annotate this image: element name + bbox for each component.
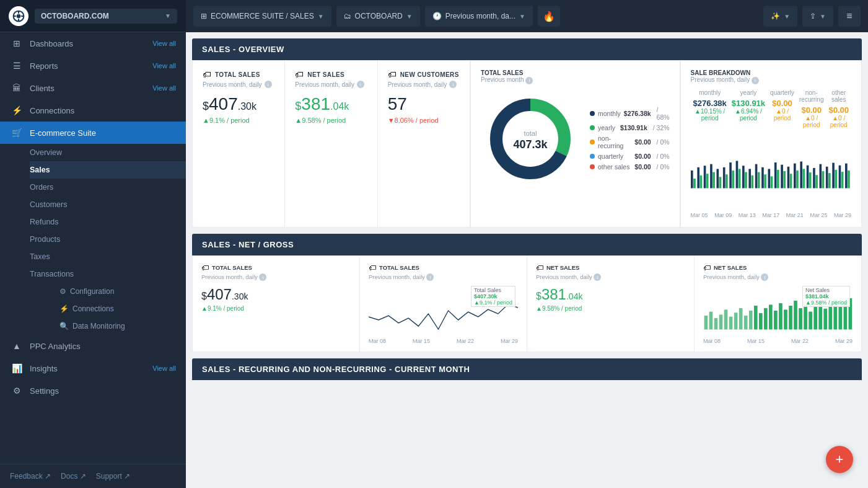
ng-net-sales-value-card: 🏷 NET SALES Previous month, daily i $381… — [527, 255, 695, 353]
breakdown-col-monthly: monthly $276.38k ▲10.15% / period — [691, 89, 729, 128]
sidebar-item-orders[interactable]: Orders — [30, 179, 186, 196]
sidebar-item-data-monitoring[interactable]: 🔍 Data Monitoring — [30, 317, 186, 335]
sidebar-item-taxes[interactable]: Taxes — [30, 248, 186, 265]
sidebar-item-connections2[interactable]: ⚡ Connections — [30, 300, 186, 317]
svg-rect-62 — [704, 316, 708, 329]
legend-monthly: monthly $276.38k / 68% — [590, 106, 670, 121]
sidebar-item-insights[interactable]: 📊 Insights View all — [0, 357, 186, 379]
legend-othersales: other sales $0.00 / 0% — [590, 163, 670, 171]
svg-rect-64 — [714, 318, 718, 329]
donut-area: total 407.3k monthly $276.38k / 68% — [481, 89, 670, 190]
fab-add-button[interactable]: + — [826, 446, 853, 473]
period-selector[interactable]: 🕐 Previous month, da... ▼ — [425, 6, 533, 27]
net-sales-header: 🏷 NET SALES — [295, 69, 367, 79]
tag-icon-ng1: 🏷 — [201, 264, 209, 272]
svg-rect-58 — [841, 172, 843, 188]
sidebar-item-clients[interactable]: 🏛 Clients View all — [0, 77, 186, 99]
svg-rect-68 — [734, 313, 738, 329]
clients-icon: 🏛 — [10, 83, 24, 93]
svg-rect-24 — [732, 171, 734, 189]
total-sales-card: 🏷 TOTAL SALES Previous month, daily i $4… — [192, 60, 285, 228]
svg-rect-82 — [804, 304, 807, 329]
svg-rect-63 — [709, 312, 713, 330]
chevron-icon-2: ▼ — [820, 13, 826, 20]
main-content: ⊞ ECOMMERCE SUITE / SALES ▼ 🗂 OCTOBOARD … — [186, 0, 868, 488]
sidebar-item-ppc[interactable]: ▲ PPC Analytics — [0, 335, 186, 357]
menu-button[interactable]: ≡ — [838, 6, 861, 27]
net-sales-card: 🏷 NET SALES Previous month, daily i $381… — [285, 60, 377, 228]
svg-rect-27 — [742, 166, 745, 188]
svg-rect-44 — [796, 171, 799, 189]
info-icon-5[interactable]: i — [752, 77, 759, 84]
sidebar-item-sales[interactable]: Sales — [30, 161, 186, 179]
svg-rect-16 — [706, 174, 709, 188]
svg-rect-25 — [735, 161, 738, 188]
info-icon-ng2[interactable]: i — [426, 273, 434, 281]
svg-rect-31 — [755, 164, 757, 188]
sidebar-item-reports[interactable]: ☰ Reports View all — [0, 55, 186, 77]
svg-rect-53 — [825, 166, 828, 188]
board-selector[interactable]: 🗂 OCTOBOARD ▼ — [336, 6, 420, 27]
svg-rect-50 — [815, 175, 818, 188]
svg-rect-73 — [759, 313, 763, 330]
chevron-down-icon-3: ▼ — [519, 13, 525, 20]
settings-icon: ⚙ — [10, 386, 24, 396]
svg-rect-37 — [774, 162, 776, 189]
sidebar-item-overview[interactable]: Overview — [30, 144, 186, 161]
sidebar-item-transactions[interactable]: Transactions — [30, 265, 186, 283]
svg-rect-42 — [789, 174, 792, 188]
net-sales-value: $381.04k — [295, 94, 367, 114]
share-button[interactable]: ⇪ ▼ — [802, 6, 833, 27]
docs-link[interactable]: Docs ↗ — [61, 472, 86, 481]
svg-rect-52 — [822, 171, 824, 188]
breakdown-col-yearly: yearly $130.91k ▲6.94% / period — [729, 89, 768, 128]
info-icon-2[interactable]: i — [357, 81, 364, 88]
svg-rect-71 — [749, 311, 753, 330]
info-icon-4[interactable]: i — [525, 77, 533, 84]
sidebar-item-configuration[interactable]: ⚙ Configuration — [30, 283, 186, 300]
svg-rect-40 — [783, 171, 786, 188]
svg-rect-72 — [754, 306, 758, 330]
svg-rect-15 — [703, 166, 706, 188]
sidebar-item-settings[interactable]: ⚙ Settings — [0, 379, 186, 402]
breakdown-col-quarterly: quarterly $0.00 ▲0 / period — [768, 89, 797, 128]
info-icon-ng3[interactable]: i — [594, 273, 601, 281]
svg-rect-79 — [789, 306, 792, 330]
board-icon: 🗂 — [344, 12, 351, 20]
legend-yearly: yearly $130.91k / 32% — [590, 124, 670, 131]
org-selector[interactable]: OCTOBOARD.COM ▼ — [35, 9, 177, 24]
suite-selector[interactable]: ⊞ ECOMMERCE SUITE / SALES ▼ — [193, 6, 331, 27]
fire-button[interactable]: 🔥 — [538, 6, 560, 27]
sidebar-item-customers[interactable]: Customers — [30, 196, 186, 213]
logo-icon — [9, 6, 28, 26]
ng-ns-header: 🏷 NET SALES — [536, 264, 685, 272]
tag-icon-3: 🏷 — [388, 69, 397, 79]
donut-chart: total 407.3k — [481, 89, 580, 190]
ns-chart-labels: Mar 08 Mar 15 Mar 22 Mar 29 — [703, 335, 853, 344]
sidebar-item-products[interactable]: Products — [30, 231, 186, 248]
sidebar-item-connections[interactable]: ⚡ Connections — [0, 99, 186, 122]
svg-rect-66 — [724, 309, 728, 329]
net-sales-barchart: Net Sales $381.04k ▲9.58% / period — [703, 286, 853, 335]
info-icon-3[interactable]: i — [449, 81, 457, 88]
info-icon[interactable]: i — [265, 81, 272, 88]
svg-rect-35 — [768, 169, 770, 188]
chevron-down-icon: ▼ — [165, 12, 171, 19]
sales-overview-body: 🏷 TOTAL SALES Previous month, daily i $4… — [192, 60, 862, 228]
feedback-link[interactable]: Feedback ↗ — [10, 472, 51, 481]
magic-button[interactable]: ✨ ▼ — [763, 6, 797, 27]
sidebar-item-ecommerce[interactable]: 🛒 E-commerce Suite — [0, 122, 186, 144]
sidebar-item-dashboards[interactable]: ⊞ Dashboards View all — [0, 32, 186, 55]
svg-rect-86 — [823, 309, 827, 330]
tag-icon-2: 🏷 — [295, 69, 304, 79]
info-icon-ng1[interactable]: i — [259, 273, 266, 281]
svg-rect-51 — [819, 164, 822, 188]
breakdown-bar-chart — [691, 133, 851, 208]
sidebar-item-refunds[interactable]: Refunds — [30, 213, 186, 231]
svg-rect-57 — [838, 165, 841, 188]
svg-rect-74 — [764, 308, 768, 330]
info-icon-ng4[interactable]: i — [761, 273, 768, 281]
new-customers-value: 57 — [388, 94, 460, 114]
support-link[interactable]: Support ↗ — [96, 472, 130, 481]
svg-rect-13 — [697, 167, 699, 188]
